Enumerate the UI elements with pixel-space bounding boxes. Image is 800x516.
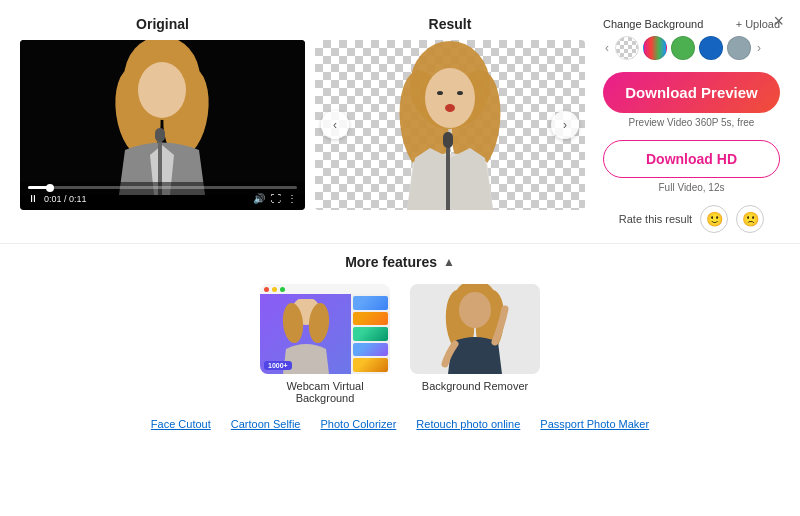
top-section: Original (0, 0, 800, 243)
mini-landscape-3 (353, 327, 388, 341)
mini-landscape-5 (353, 358, 388, 372)
download-preview-button[interactable]: Download Preview (603, 72, 780, 113)
footer-links: Face Cutout Cartoon Selfie Photo Coloriz… (20, 418, 780, 430)
footer-link-4[interactable]: Passport Photo Maker (540, 418, 649, 430)
svg-point-13 (445, 104, 455, 112)
more-icon[interactable]: ⋮ (287, 193, 297, 204)
more-features-title: More features (345, 254, 437, 270)
swatch-transparent[interactable] (615, 36, 639, 60)
footer-link-3[interactable]: Retouch photo online (416, 418, 520, 430)
swatch-gray[interactable] (727, 36, 751, 60)
progress-dot (46, 184, 54, 192)
preview-note: Preview Video 360P 5s, free (603, 117, 780, 128)
divider (0, 243, 800, 244)
bg-remover-image (410, 284, 540, 374)
change-bg-row: Change Background + Upload (603, 18, 780, 30)
webcam-thumb: 1000+ (260, 284, 390, 374)
actions-column: Change Background + Upload ‹ › Download … (595, 16, 780, 233)
rate-sad-button[interactable]: 🙁 (736, 205, 764, 233)
video-player[interactable]: ⏸ 0:01 / 0:11 🔊 ⛶ ⋮ (20, 40, 305, 210)
original-column: Original (20, 16, 305, 233)
video-controls: ⏸ 0:01 / 0:11 🔊 ⛶ ⋮ (20, 182, 305, 210)
dot-yellow (272, 287, 277, 292)
color-swatches-row: ‹ › (603, 36, 780, 60)
progress-fill (28, 186, 50, 189)
bg-remover-thumb (410, 284, 540, 374)
original-label: Original (136, 16, 189, 32)
webcam-bg-right (351, 294, 390, 374)
badge-1000: 1000+ (264, 361, 292, 370)
swatches-prev-arrow[interactable]: ‹ (603, 41, 611, 55)
result-label: Result (429, 16, 472, 32)
features-grid: 1000+ Webcam Virtual Background (20, 284, 780, 404)
svg-point-4 (138, 62, 186, 118)
dot-red (264, 287, 269, 292)
footer-link-2[interactable]: Photo Colorizer (321, 418, 397, 430)
controls-row: ⏸ 0:01 / 0:11 🔊 ⛶ ⋮ (28, 193, 297, 204)
mini-landscape-1 (353, 296, 388, 310)
svg-point-23 (459, 292, 491, 328)
collapse-icon[interactable]: ▲ (443, 255, 455, 269)
webcam-card[interactable]: 1000+ Webcam Virtual Background (260, 284, 390, 404)
svg-rect-6 (155, 128, 165, 142)
more-features-section: More features ▲ (0, 254, 800, 430)
more-features-header: More features ▲ (20, 254, 780, 270)
rate-row: Rate this result 🙂 🙁 (603, 205, 780, 233)
change-bg-label: Change Background (603, 18, 703, 30)
swatches-next-arrow[interactable]: › (755, 41, 763, 55)
dot-green (280, 287, 285, 292)
mini-landscape-2 (353, 312, 388, 326)
pause-icon[interactable]: ⏸ (28, 193, 38, 204)
svg-point-12 (457, 91, 463, 95)
footer-link-0[interactable]: Face Cutout (151, 418, 211, 430)
swatch-green[interactable] (671, 36, 695, 60)
result-next-button[interactable]: › (551, 111, 579, 139)
hd-note: Full Video, 12s (603, 182, 780, 193)
rate-happy-button[interactable]: 🙂 (700, 205, 728, 233)
swatch-blue[interactable] (699, 36, 723, 60)
window-bar (260, 284, 390, 294)
bg-remover-label: Background Remover (422, 380, 528, 392)
svg-point-11 (437, 91, 443, 95)
time-display: 0:01 / 0:11 (44, 194, 247, 204)
progress-bar[interactable] (28, 186, 297, 189)
svg-rect-15 (443, 132, 453, 148)
app-container: Original (0, 0, 800, 516)
swatch-pink[interactable] (643, 36, 667, 60)
fullscreen-icon[interactable]: ⛶ (271, 193, 281, 204)
result-preview: ‹ › (315, 40, 585, 210)
result-prev-button[interactable]: ‹ (321, 111, 349, 139)
bg-remover-card[interactable]: Background Remover (410, 284, 540, 404)
webcam-label: Webcam Virtual Background (260, 380, 390, 404)
svg-point-10 (425, 68, 475, 128)
close-button[interactable]: × (773, 12, 784, 30)
result-column: Result (315, 16, 585, 233)
rate-label: Rate this result (619, 213, 692, 225)
mini-landscape-4 (353, 343, 388, 357)
download-hd-button[interactable]: Download HD (603, 140, 780, 178)
footer-link-1[interactable]: Cartoon Selfie (231, 418, 301, 430)
volume-icon[interactable]: 🔊 (253, 193, 265, 204)
